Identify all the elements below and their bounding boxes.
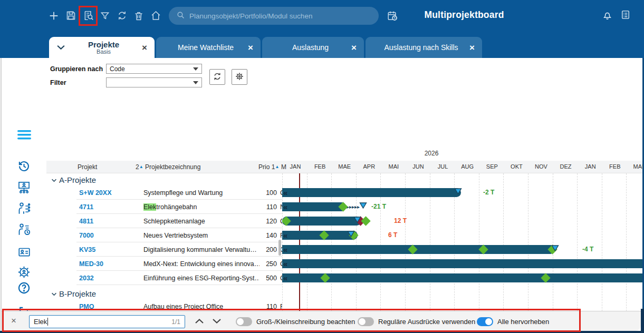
tab-meine-watchliste[interactable]: Meine Watchliste× xyxy=(156,37,261,58)
tab-auslastung-nach-skills[interactable]: Auslastung nach Skills× xyxy=(366,37,482,58)
global-search-input[interactable]: Planungsobjekt/Portfolio/Modul suchen xyxy=(169,7,379,25)
deadline-triangle-icon[interactable] xyxy=(347,230,355,239)
new-button[interactable] xyxy=(47,9,61,23)
plus-icon xyxy=(48,10,60,23)
gantt-row: «▸▸▸▸▸-21 T xyxy=(282,200,642,214)
toggle-switch[interactable] xyxy=(358,317,374,326)
month-label: FEB xyxy=(314,163,325,170)
filter-select[interactable] xyxy=(106,77,202,87)
month-label: MAE xyxy=(633,163,642,170)
project-prio: 120 xyxy=(242,218,277,225)
project-code[interactable]: 4711 xyxy=(79,203,93,211)
project-name: Schleppkettenanlage xyxy=(143,218,205,225)
home-button[interactable] xyxy=(149,9,162,23)
gantt-bar[interactable] xyxy=(282,188,461,197)
window-frame-bottom xyxy=(0,331,644,333)
sort-asc-icon: ▲ xyxy=(139,164,143,169)
filter-button[interactable] xyxy=(98,9,112,23)
table-row[interactable]: PMOAufbau eines Project Office110F xyxy=(46,299,642,311)
menu-button[interactable] xyxy=(2,127,46,145)
gantt-bar[interactable] xyxy=(282,202,346,211)
panel-list-button[interactable] xyxy=(620,9,631,23)
chevron-down-icon[interactable] xyxy=(56,43,65,52)
close-tab-icon[interactable]: × xyxy=(142,43,147,52)
toggle-switch[interactable] xyxy=(477,317,493,326)
sidebar-item-id-card[interactable] xyxy=(2,244,46,262)
sidebar-item-settings[interactable] xyxy=(2,264,46,282)
gantt-row: «-4 T xyxy=(282,242,642,257)
table-row[interactable]: KV35Digitalisierung kommunaler Verwaltu…… xyxy=(46,242,642,257)
match-counter: 1/1 xyxy=(171,318,180,326)
chevron-down-icon xyxy=(212,317,222,326)
gantt-bar[interactable] xyxy=(282,245,555,254)
calendar-clock-icon xyxy=(387,10,398,23)
project-code[interactable]: 4811 xyxy=(79,218,93,225)
deadline-triangle-icon[interactable] xyxy=(353,216,361,225)
group-row[interactable]: B-Projekte xyxy=(46,287,642,299)
project-code[interactable]: 7000 xyxy=(79,232,94,239)
close-find-button[interactable]: × xyxy=(11,316,16,326)
sidebar-item-person-schedule[interactable] xyxy=(2,221,46,239)
month-label: NOV xyxy=(535,163,547,170)
group-by-value: Code xyxy=(110,65,125,73)
person-clock-icon xyxy=(17,222,31,239)
table-row[interactable]: 4811Schleppkettenanlage120C12 T xyxy=(46,214,642,228)
table-row[interactable]: MED-30MedX-Next: Entwicklung eines innov… xyxy=(46,257,642,271)
close-tab-icon[interactable]: × xyxy=(469,43,475,52)
chevron-down-icon[interactable] xyxy=(51,175,57,184)
close-tab-icon[interactable]: × xyxy=(351,43,357,52)
tab-auslastung[interactable]: Auslastung× xyxy=(262,37,364,58)
table-row[interactable]: 7000Neues Vertriebsystem140F«6 T xyxy=(46,228,642,242)
deadline-triangle-icon[interactable] xyxy=(454,187,462,197)
group-by-select[interactable]: Code xyxy=(106,64,202,74)
sidebar-item-org-chart[interactable] xyxy=(2,179,46,197)
chevron-down-icon[interactable] xyxy=(51,289,57,298)
table-row[interactable]: 2032Einführung eines ESG-Reporting-Syst…… xyxy=(46,271,642,285)
group-row[interactable]: A-Projekte xyxy=(46,173,642,185)
find-previous-button[interactable] xyxy=(195,317,204,326)
project-name: Elektrohängebahn xyxy=(143,203,197,211)
sidebar-item-help[interactable] xyxy=(2,280,46,298)
toggle-label: Groß-/Kleinschreibung beachten xyxy=(256,318,355,326)
refresh-button[interactable] xyxy=(115,9,129,23)
toggle-knob xyxy=(485,318,492,325)
gantt-year: 2026 xyxy=(410,150,453,157)
col-header-name[interactable]: 2▲ Projektbezeichnung xyxy=(136,163,200,171)
sidebar-item-history[interactable] xyxy=(2,158,46,176)
save-button[interactable] xyxy=(64,9,78,23)
project-code[interactable]: MED-30 xyxy=(79,260,103,268)
row-left: 4811Schleppkettenanlage120C xyxy=(46,214,282,228)
tab-projekte[interactable]: ProjekteBasis× xyxy=(49,37,155,58)
month-label: DEZ xyxy=(560,163,572,170)
col-header-project[interactable]: Projekt xyxy=(78,163,97,171)
delete-button[interactable] xyxy=(132,9,146,23)
reload-view-button[interactable] xyxy=(209,69,225,85)
table-row[interactable]: S+W 20XXSystempflege und Wartung100C«-2 … xyxy=(46,185,642,200)
project-code[interactable]: PMO xyxy=(79,303,94,310)
find-option: Alle hervorheben xyxy=(477,311,549,331)
gantt-bar[interactable] xyxy=(282,217,361,226)
project-code[interactable]: KV35 xyxy=(79,246,95,253)
sidebar-item-resources[interactable] xyxy=(2,200,46,218)
project-code[interactable]: S+W 20XX xyxy=(79,189,112,197)
gantt-bar[interactable] xyxy=(282,259,642,268)
chevron-up-icon xyxy=(195,317,204,326)
notifications-button[interactable] xyxy=(602,9,613,23)
toggle-switch[interactable] xyxy=(236,317,252,326)
find-next-button[interactable] xyxy=(212,317,222,326)
schedule-button[interactable] xyxy=(386,9,399,23)
row-left: PMOAufbau eines Project Office110F xyxy=(46,299,282,311)
module-search-button[interactable] xyxy=(81,9,95,23)
table-scrollbar[interactable] xyxy=(278,240,281,256)
find-input[interactable]: Elek 1/1 xyxy=(29,315,185,328)
table-row[interactable]: 4711Elektrohängebahn110N«▸▸▸▸▸-21 T xyxy=(46,200,642,214)
row-left: MED-30MedX-Next: Entwicklung eines innov… xyxy=(46,257,282,271)
gantt-bar[interactable] xyxy=(282,273,642,282)
col-header-prio[interactable]: Prio 1▲ xyxy=(258,163,279,171)
toggle-knob xyxy=(359,318,366,325)
project-code[interactable]: 2032 xyxy=(79,275,94,282)
close-tab-icon[interactable]: × xyxy=(248,43,253,52)
deadline-triangle-icon[interactable] xyxy=(359,201,367,211)
deadline-triangle-icon[interactable] xyxy=(551,244,559,253)
view-settings-button[interactable] xyxy=(232,69,247,85)
